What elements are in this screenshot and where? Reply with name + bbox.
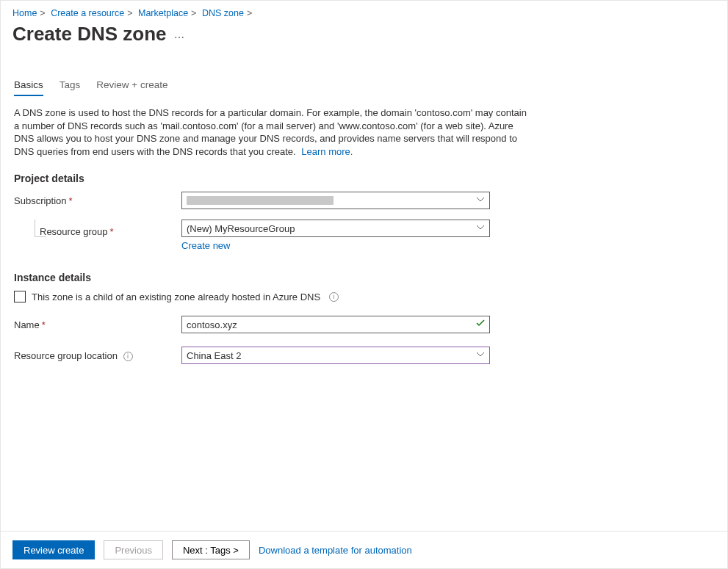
breadcrumb: Home> Create a resource> Marketplace> DN… [1,1,727,20]
name-input[interactable]: contoso.xyz [181,316,490,333]
more-icon[interactable]: ⋯ [174,32,184,43]
download-template-link[interactable]: Download a template for automation [259,545,412,556]
subscription-value-redacted [187,196,334,205]
chevron-right-icon: > [191,8,196,18]
chevron-down-icon [476,223,485,234]
create-new-resource-group-link[interactable]: Create new [181,240,714,251]
next-tags-button[interactable]: Next : Tags > [172,540,250,559]
chevron-right-icon: > [247,8,252,18]
resource-group-location-label: Resource group location i [14,350,181,361]
chevron-right-icon: > [40,8,45,18]
info-icon[interactable]: i [123,352,133,361]
section-instance-details: Instance details [14,272,714,283]
section-project-details: Project details [14,173,714,184]
child-zone-checkbox[interactable] [14,291,26,302]
resource-group-value: (New) MyResourceGroup [187,223,295,234]
breadcrumb-dns-zone[interactable]: DNS zone [202,8,244,18]
chevron-right-icon: > [127,8,132,18]
checkmark-icon [476,319,485,330]
breadcrumb-marketplace[interactable]: Marketplace [138,8,188,18]
name-value: contoso.xyz [187,319,237,330]
resource-group-label: Resource group* [40,226,114,237]
tab-basics[interactable]: Basics [14,75,43,96]
chevron-down-icon [476,350,485,361]
breadcrumb-home[interactable]: Home [12,8,37,18]
tabs: Basics Tags Review + create [14,75,714,96]
page-title: Create DNS zone [12,23,167,46]
child-zone-label: This zone is a child of an existing zone… [32,291,320,302]
name-label: Name* [14,319,181,330]
info-icon[interactable]: i [329,292,339,302]
description-text: A DNS zone is used to host the DNS recor… [14,106,528,158]
review-create-button[interactable]: Review create [12,540,95,559]
chevron-down-icon [476,195,485,206]
learn-more-link[interactable]: Learn more. [301,146,353,157]
breadcrumb-create-resource[interactable]: Create a resource [51,8,124,18]
subscription-dropdown[interactable] [181,192,490,209]
resource-group-location-value: China East 2 [187,350,241,361]
resource-group-location-dropdown[interactable]: China East 2 [181,347,490,364]
footer: Review create Previous Next : Tags > Dow… [1,531,727,568]
resource-group-dropdown[interactable]: (New) MyResourceGroup [181,220,490,237]
subscription-label: Subscription* [14,195,181,206]
previous-button: Previous [104,540,163,559]
tab-tags[interactable]: Tags [60,75,81,96]
tab-review-create[interactable]: Review + create [96,75,167,96]
